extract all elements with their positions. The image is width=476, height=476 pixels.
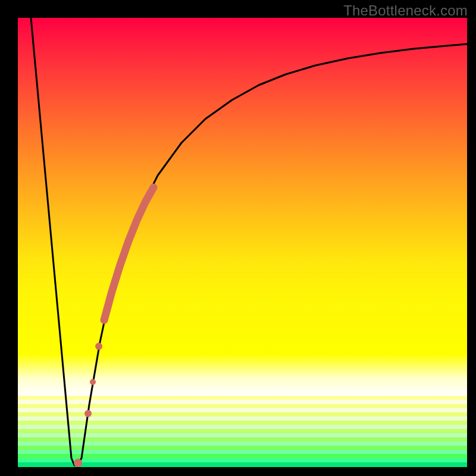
bottleneck-curve [31, 18, 467, 465]
plot-area [18, 18, 467, 467]
watermark-text: TheBottleneck.com [343, 2, 468, 19]
highlight-dot [95, 343, 102, 350]
highlight-dot [84, 410, 92, 417]
chart-frame: TheBottleneck.com [0, 0, 476, 476]
highlight-dot [74, 459, 82, 467]
highlight-dot [90, 379, 96, 385]
curve-layer [18, 18, 467, 467]
highlight-segment [104, 187, 154, 320]
